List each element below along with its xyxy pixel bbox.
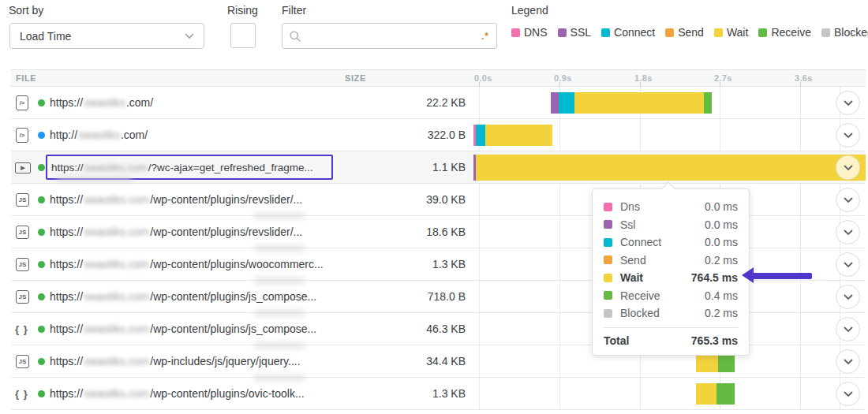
time-axis-tick [640, 82, 641, 86]
expand-row-button[interactable] [836, 155, 860, 180]
legend-item: Connect [601, 26, 655, 39]
file-url[interactable]: http://swastiks.com/ [50, 119, 148, 151]
status-dot [38, 261, 45, 268]
legend-item-label: Connect [614, 26, 655, 39]
table-row: { }https://swastiks.com/wp-content/plugi… [11, 378, 866, 410]
legend-item-label: Receive [771, 26, 811, 39]
file-size: 46.3 KB [358, 313, 466, 345]
chevron-down-icon [844, 100, 853, 106]
status-dot [38, 164, 45, 171]
waterfall-segment-wait [574, 92, 704, 114]
tooltip-total-label: Total [604, 334, 629, 347]
tooltip-swatch [604, 255, 612, 264]
chevron-down-icon [844, 294, 853, 300]
sort-by-select[interactable]: Load Time [9, 23, 204, 49]
tooltip-metric-value: 0.0 ms [705, 236, 738, 248]
filter-input-wrap: .* [282, 23, 497, 49]
status-dot [38, 326, 45, 333]
time-axis-tick [479, 82, 480, 86]
file-url[interactable]: https://swastiks.com/wp-content/plugins/… [50, 378, 305, 410]
expand-row-button[interactable] [836, 285, 860, 309]
time-axis-label: 2.7s [714, 70, 732, 86]
expand-row-button[interactable] [836, 188, 860, 212]
url-blurred-domain: swastiks.com [83, 387, 150, 400]
file-size: 1.1 KB [358, 151, 466, 184]
expand-row-button[interactable] [836, 123, 860, 147]
time-axis-tick [559, 82, 560, 86]
expand-row-button[interactable] [836, 317, 860, 341]
tooltip-swatch [604, 220, 612, 229]
table-row: />http://swastiks.com/322.0 B [11, 119, 866, 151]
url-path: /wp-content/plugins/woocommerc... [150, 258, 323, 270]
html-file-icon: /> [16, 128, 28, 143]
url-blurred-domain: swastiks.com [83, 193, 150, 206]
status-dot [38, 229, 45, 236]
url-prefix: https:// [50, 387, 83, 400]
js-file-icon: JS [16, 355, 29, 368]
filter-label: Filter [282, 4, 306, 17]
url-path: .com/ [121, 129, 148, 141]
url-blurred-domain: swastiks.com [83, 290, 150, 303]
url-prefix: https:// [50, 258, 83, 270]
blur-artifact [254, 309, 305, 317]
legend-item: DNS [511, 26, 548, 39]
expand-row-button[interactable] [836, 349, 860, 374]
legend-item-label: DNS [524, 26, 548, 39]
file-column-header: FILE [16, 70, 36, 86]
url-path: /wp-content/plugins/js_compose... [150, 290, 316, 303]
blur-artifact [254, 341, 305, 349]
file-url[interactable]: https://swastiks.com/wp-content/plugins/… [50, 184, 302, 216]
url-path: /wp-content/plugins/revslider/... [150, 226, 302, 238]
tooltip-metric-label: Connect [620, 236, 661, 248]
file-url[interactable]: https://swastiks.com/ [50, 87, 153, 119]
tooltip-metric-label: Receive [620, 289, 660, 302]
tooltip-metric-label: Ssl [620, 218, 635, 231]
tooltip-row: Connect0.0 ms [604, 233, 738, 252]
url-path: /?wc-ajax=get_refreshed_fragme... [148, 162, 313, 173]
rising-label: Rising [227, 4, 258, 17]
chevron-down-icon [844, 391, 853, 397]
tooltip-swatch [604, 203, 612, 211]
url-blurred-domain: swastiks [83, 96, 126, 109]
file-url[interactable]: https://swastiks.com/wp-content/plugins/… [50, 281, 316, 313]
tooltip-row: Receive0.4 ms [604, 287, 738, 305]
tooltip-metric-label: Send [620, 254, 646, 267]
status-dot [38, 293, 45, 300]
file-size: 1.3 KB [358, 378, 466, 410]
file-url[interactable]: https://swastiks.com/wp-content/plugins/… [50, 248, 324, 281]
legend-label: Legend [511, 4, 548, 17]
rising-checkbox[interactable] [230, 23, 256, 48]
legend-items: DNSSSLConnectSendWaitReceiveBlocked [511, 26, 868, 39]
chevron-down-icon [844, 262, 853, 268]
regex-toggle-icon[interactable]: .* [481, 31, 489, 42]
chevron-down-icon [844, 326, 853, 333]
blur-artifact [254, 277, 305, 285]
legend-swatch [821, 28, 830, 37]
time-axis-tick [720, 82, 720, 86]
time-axis-label: 3.6s [795, 70, 813, 86]
legend-item: Wait [714, 26, 748, 39]
tooltip-row: Blocked0.2 ms [604, 304, 738, 323]
file-url[interactable]: https://swastiks.com/wp-content/plugins/… [50, 313, 316, 345]
tooltip-total-row: Total 765.3 ms [604, 327, 738, 347]
tooltip-row: Wait764.5 ms [604, 269, 738, 287]
file-size: 22.2 KB [358, 87, 466, 119]
file-url[interactable]: https://swastiks.com/wp-content/plugins/… [50, 216, 302, 248]
js-file-icon: JS [16, 258, 29, 271]
filter-input[interactable] [306, 30, 481, 43]
tooltip-metric-value: 0.2 ms [705, 254, 738, 267]
js-file-icon: JS [16, 226, 29, 239]
expand-row-button[interactable] [836, 382, 860, 406]
expand-row-button[interactable] [836, 220, 860, 244]
legend-swatch [511, 28, 520, 37]
expand-row-button[interactable] [836, 91, 860, 115]
file-url[interactable]: https://swastiks.com/wp-includes/js/jque… [50, 345, 301, 378]
url-path: /wp-includes/js/jquery/jquery.... [150, 355, 300, 367]
legend-swatch [601, 28, 610, 37]
chevron-down-icon [844, 229, 853, 236]
url-path: /wp-content/plugins/js_compose... [150, 323, 316, 335]
time-axis-label: 1.8s [634, 70, 653, 86]
expand-row-button[interactable] [836, 252, 860, 277]
url-path: /wp-content/plugins/revslider/... [150, 193, 302, 206]
url-blurred-domain: swastiks.com [83, 258, 150, 270]
